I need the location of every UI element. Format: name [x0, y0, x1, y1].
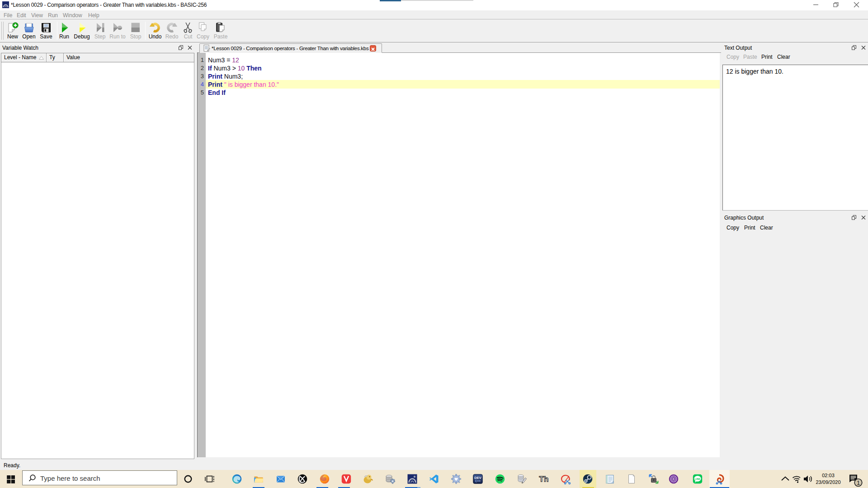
svg-text:Th: Th [539, 475, 549, 483]
svg-text:LINE: LINE [695, 478, 701, 480]
svg-text:C++: C++ [475, 479, 481, 483]
svg-text:1: 1 [857, 479, 860, 486]
